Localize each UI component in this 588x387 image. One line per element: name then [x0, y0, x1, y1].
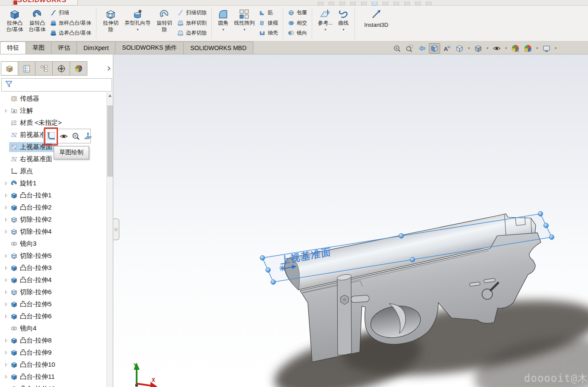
dropdown-arrow-icon[interactable]: ▼	[324, 28, 327, 31]
dropdown-arrow-icon[interactable]: ▼	[554, 47, 557, 50]
zoom-to-fit-button[interactable]	[391, 43, 403, 54]
tree-item[interactable]: A注解	[0, 105, 106, 117]
tab-sw-addins[interactable]: SOLIDWORKS 插件	[115, 41, 184, 54]
tree-scrollbar[interactable]	[106, 92, 113, 387]
expand-arrow-icon[interactable]	[3, 254, 9, 258]
tab-sketch[interactable]: 草图	[26, 41, 51, 54]
dropdown-arrow-icon[interactable]: ▼	[486, 47, 489, 50]
linear-pattern-button[interactable]: 线性阵列▼	[231, 6, 257, 41]
dropdown-arrow-icon[interactable]: ▼	[342, 28, 345, 31]
expand-arrow-icon[interactable]	[3, 181, 9, 185]
hole-wizard-button[interactable]: 异型孔向导▼	[122, 6, 153, 41]
viewport-3d[interactable]: 上视基准面 Y X dooooit@木易	[113, 54, 588, 387]
tree-item[interactable]: 凸台-拉伸1	[0, 189, 106, 201]
dropdown-arrow-icon[interactable]: ▼	[505, 47, 508, 50]
swept-boss-button[interactable]: 扫描	[50, 9, 91, 16]
tab-dimxpert[interactable]: DimXpert	[77, 41, 115, 54]
expand-arrow-icon[interactable]	[3, 351, 9, 355]
expand-arrow-icon[interactable]	[3, 218, 9, 222]
tab-sw-mbd[interactable]: SOLIDWORKS MBD	[184, 41, 253, 54]
tree-item[interactable]: 凸台-拉伸5	[0, 298, 106, 310]
tree-item[interactable]: 凸台-拉伸2	[0, 201, 106, 213]
mirror-button[interactable]: 镜向	[288, 29, 307, 37]
sketch-button[interactable]	[46, 131, 56, 141]
expand-arrow-icon[interactable]	[3, 266, 9, 270]
swept-cut-button[interactable]: 扫描切除	[177, 9, 207, 16]
intersect-button[interactable]: 相交	[288, 19, 307, 27]
edit-appearance-button[interactable]	[510, 43, 521, 54]
tree-item[interactable]: 右视基准面	[0, 153, 106, 165]
tab-features[interactable]: 特征	[0, 41, 26, 54]
tree-item[interactable]: 传感器	[0, 92, 106, 105]
tree-item[interactable]: 凸台-拉伸4	[0, 274, 106, 286]
display-style-button[interactable]	[473, 43, 484, 54]
extruded-cut-button[interactable]: 拉伸切除	[99, 6, 122, 41]
zoom-to-area-button[interactable]	[404, 43, 415, 54]
hide-show-button[interactable]	[59, 132, 68, 141]
expand-arrow-icon[interactable]	[3, 230, 9, 234]
instant3d-button[interactable]: Instant3D	[358, 6, 394, 41]
reference-geometry-button[interactable]: 参考...▼	[315, 6, 335, 41]
tree-item[interactable]: 凸台-拉伸9	[0, 346, 106, 358]
tree-item[interactable]: 凸台-拉伸6	[0, 310, 106, 322]
scroll-up-icon[interactable]	[107, 92, 113, 99]
dynamic-annotation-views-button[interactable]: A	[441, 43, 453, 54]
flyout-arrow-icon[interactable]	[105, 64, 112, 73]
tab-displaymanager[interactable]	[70, 61, 87, 76]
view-settings-button[interactable]	[541, 43, 552, 54]
tree-item[interactable]: 凸台-拉伸11	[0, 371, 106, 383]
boundary-cut-button[interactable]: 边界切除	[177, 29, 207, 37]
view-orientation-button[interactable]	[454, 43, 465, 54]
zoom-to-selection-button[interactable]	[71, 132, 80, 141]
fillet-button[interactable]: 圆角▼	[215, 6, 231, 41]
expand-arrow-icon[interactable]	[3, 206, 9, 209]
tab-configurationmanager[interactable]	[35, 61, 53, 76]
scrollbar-thumb[interactable]	[107, 105, 113, 177]
expand-arrow-icon[interactable]	[3, 314, 9, 318]
dropdown-arrow-icon[interactable]: ▼	[467, 47, 470, 50]
expand-arrow-icon[interactable]	[3, 278, 9, 282]
expand-arrow-icon[interactable]	[3, 363, 9, 367]
lofted-boss-button[interactable]: 放样凸台/基体	[50, 19, 91, 27]
expand-arrow-icon[interactable]	[3, 109, 9, 113]
normal-to-button[interactable]	[83, 132, 93, 141]
tree-item[interactable]: 切除-拉伸2	[0, 213, 106, 225]
tree-filter-box[interactable]	[1, 78, 112, 92]
expand-arrow-icon[interactable]	[3, 339, 9, 343]
tab-evaluate[interactable]: 评估	[51, 41, 77, 54]
previous-view-button[interactable]	[416, 43, 428, 54]
dropdown-arrow-icon[interactable]: ▼	[222, 28, 225, 31]
tree-item[interactable]: 镜向4	[0, 322, 106, 334]
tree-item[interactable]: 切除-拉伸6	[0, 286, 106, 298]
curves-button[interactable]: 曲线▼	[335, 6, 352, 41]
tree-item[interactable]: 凸台-拉伸10	[0, 358, 106, 371]
expand-arrow-icon[interactable]	[3, 194, 9, 197]
wrap-button[interactable]: 包覆	[288, 9, 307, 16]
tree-item[interactable]: 凸台-拉伸12	[0, 383, 106, 387]
hide-show-items-button[interactable]	[491, 43, 502, 54]
lofted-cut-button[interactable]: 放样切割	[177, 19, 207, 27]
expand-arrow-icon[interactable]	[3, 375, 9, 379]
tab-propertymanager[interactable]	[18, 61, 35, 76]
boundary-boss-button[interactable]: 边界凸台/基体	[50, 29, 91, 37]
tree-item[interactable]: 原点	[0, 165, 106, 177]
draft-button[interactable]: 拔模	[259, 19, 278, 27]
revolved-cut-button[interactable]: 旋转切除	[153, 6, 176, 41]
tree-item[interactable]: 旋转1	[0, 177, 106, 189]
tab-featuremanager[interactable]	[1, 61, 18, 76]
section-view-button[interactable]	[429, 43, 440, 54]
panel-splitter[interactable]	[113, 219, 119, 240]
rib-button[interactable]: 筋	[259, 9, 278, 16]
dropdown-arrow-icon[interactable]: ▼	[136, 28, 139, 31]
dropdown-arrow-icon[interactable]: ▼	[536, 47, 539, 50]
tab-dimxpertmanager[interactable]	[53, 61, 70, 76]
dropdown-arrow-icon[interactable]: ▼	[243, 28, 246, 31]
tree-item[interactable]: 切除-拉伸4	[0, 225, 106, 238]
tree-item[interactable]: 切除-拉伸5	[0, 250, 106, 262]
expand-arrow-icon[interactable]	[3, 302, 9, 306]
shell-button[interactable]: 抽壳	[259, 29, 278, 37]
extruded-boss-base-button[interactable]: 拉伸凸台/基体	[3, 6, 26, 41]
tree-item[interactable]: 凸台-拉伸3	[0, 262, 106, 274]
tree-item[interactable]: 凸台-拉伸8	[0, 334, 106, 346]
expand-arrow-icon[interactable]	[3, 290, 9, 294]
